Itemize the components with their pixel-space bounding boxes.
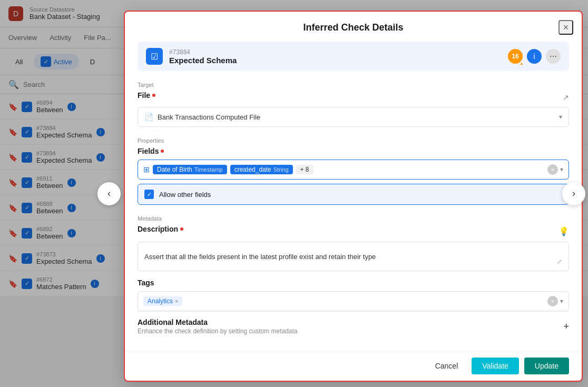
file-select[interactable]: 📄 Bank Transactions Computed File ▾ xyxy=(138,107,569,127)
description-label: Description xyxy=(138,225,183,233)
grid-icon: ⊞ xyxy=(143,165,150,174)
metadata-section-label: Metadata xyxy=(138,215,569,222)
modal-body: ☑ #73884 Expected Schema 16 i ⋯ Target F… xyxy=(125,42,582,351)
check-card-info: #73884 Expected Schema xyxy=(169,48,237,65)
clear-tags-button[interactable]: × xyxy=(547,164,558,175)
allow-other-checkbox[interactable]: ✓ xyxy=(144,190,154,199)
validate-button[interactable]: Validate xyxy=(472,358,519,374)
additional-meta-content: Additional Metadata Enhance the check de… xyxy=(138,318,298,335)
additional-metadata-section: Additional Metadata Enhance the check de… xyxy=(138,311,569,337)
file-field-label: File xyxy=(138,91,155,100)
prev-arrow[interactable]: ‹ xyxy=(97,182,121,205)
target-section: Target File ↗ 📄 Bank Transactions Comput… xyxy=(138,82,569,127)
modal-title: Inferred Check Details xyxy=(303,22,403,33)
tags-section: Tags Analytics × × ▾ xyxy=(138,279,569,311)
check-id: #73884 xyxy=(169,48,237,56)
description-textarea[interactable]: Assert that all the fields present in th… xyxy=(138,242,569,271)
clear-tags-button[interactable]: × xyxy=(547,296,558,306)
modal-footer: Cancel Validate Update xyxy=(125,351,582,381)
tags-field-actions: × ▾ xyxy=(547,296,563,306)
update-button[interactable]: Update xyxy=(524,358,569,374)
inferred-check-modal: Inferred Check Details × ☑ #73884 Expect… xyxy=(124,11,583,382)
allow-other-fields-row[interactable]: ✓ Allow other fields xyxy=(138,184,569,205)
close-button[interactable]: × xyxy=(558,20,573,35)
add-metadata-button[interactable]: + xyxy=(563,321,569,332)
tags-label: Tags xyxy=(138,279,569,287)
tags-field[interactable]: Analytics × × ▾ xyxy=(138,291,569,311)
file-select-value: Bank Transactions Computed File xyxy=(158,113,555,121)
expand-icon[interactable]: ↗ xyxy=(563,93,569,102)
analytics-tag: Analytics × xyxy=(143,296,182,306)
next-arrow[interactable]: › xyxy=(562,182,585,205)
lightbulb-icon[interactable]: 💡 xyxy=(558,226,569,236)
fields-tags-input[interactable]: ⊞ Date of Birth Timestamp created_date S… xyxy=(138,160,569,180)
file-field-row: File ↗ xyxy=(138,91,569,104)
info-button[interactable]: i xyxy=(527,49,542,64)
cancel-button[interactable]: Cancel xyxy=(427,358,467,374)
required-indicator xyxy=(180,227,183,231)
check-card: ☑ #73884 Expected Schema 16 i ⋯ xyxy=(138,42,569,71)
required-indicator xyxy=(161,150,164,153)
tag-date-of-birth: Date of Birth Timestamp xyxy=(153,165,227,174)
chevron-down-icon[interactable]: ▾ xyxy=(560,166,563,173)
tag-created-date: created_date String xyxy=(230,165,293,174)
fields-label: Fields xyxy=(138,147,569,155)
additional-meta-title: Additional Metadata xyxy=(138,318,298,326)
properties-section: Properties Fields ⊞ Date of Birth Timest… xyxy=(138,137,569,205)
chevron-down-icon[interactable]: ▾ xyxy=(560,297,563,305)
description-value: Assert that all the fields present in th… xyxy=(144,253,557,261)
required-indicator xyxy=(152,94,155,97)
chevron-down-icon: ▾ xyxy=(559,113,562,121)
file-icon: 📄 xyxy=(144,113,153,121)
check-card-left: ☑ #73884 Expected Schema xyxy=(146,48,237,65)
remove-tag-button[interactable]: × xyxy=(175,298,178,304)
metadata-section: Metadata Description 💡 Assert that all t… xyxy=(138,215,569,337)
tags-actions: × ▾ xyxy=(547,164,563,175)
description-header: Description 💡 xyxy=(138,225,569,237)
warning-badge[interactable]: 16 xyxy=(508,49,523,64)
check-name: Expected Schema xyxy=(169,56,237,65)
allow-other-label: Allow other fields xyxy=(159,191,211,199)
check-type-icon: ☑ xyxy=(146,48,163,65)
properties-section-label: Properties xyxy=(138,137,569,144)
additional-meta-desc: Enhance the check definition by setting … xyxy=(138,328,298,335)
more-options-button[interactable]: ⋯ xyxy=(546,49,561,64)
target-section-label: Target xyxy=(138,82,569,88)
check-card-actions: 16 i ⋯ xyxy=(508,49,561,64)
more-tags-badge: + 8 xyxy=(296,165,313,174)
resize-icon: ⤢ xyxy=(557,258,562,265)
modal-header: Inferred Check Details × xyxy=(125,12,582,42)
